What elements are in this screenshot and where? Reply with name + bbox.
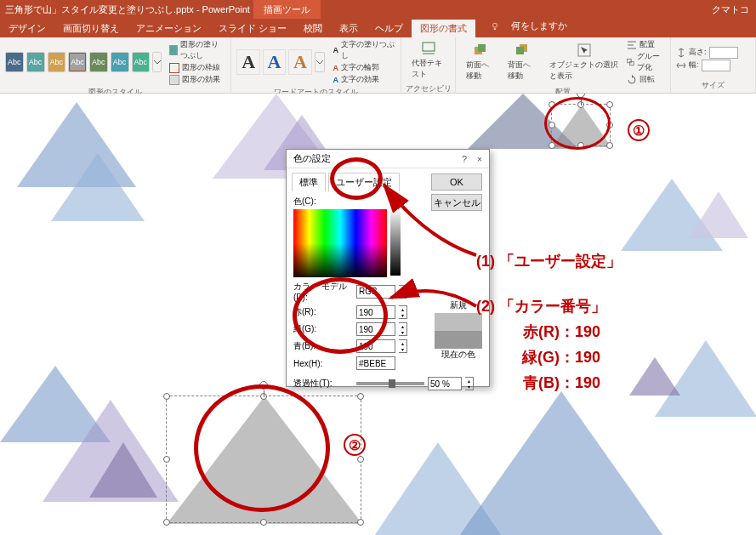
tell-me-placeholder: 何をしますか [503,17,576,35]
rotate-handle[interactable] [577,94,585,98]
text-fill[interactable]: A文字の塗りつぶし [333,39,395,61]
svg-rect-5 [516,47,524,54]
green-label: 緑(G): [293,323,353,335]
transparency-input[interactable] [428,377,462,390]
file-name: 三角形で山」スタイル変更と塗りつぶし.pptx - PowerPoint [0,3,250,16]
dialog-help-icon[interactable]: ? [458,153,470,165]
dialog-tab-standard[interactable]: 標準 [292,173,326,191]
account-name[interactable]: クマトコ [712,0,749,19]
style-swatch-2[interactable]: Abc [26,52,45,72]
blue-label: 青(B): [293,340,353,352]
group-label-size: サイズ [671,80,755,93]
tab-design[interactable]: デザイン [0,20,54,37]
tab-review[interactable]: 校閲 [295,20,331,37]
tab-help[interactable]: ヘルプ [367,20,412,37]
tab-animations[interactable]: アニメーション [128,20,210,37]
text-fill-icon: A [333,46,338,54]
svg-rect-8 [629,61,633,65]
height-input[interactable] [709,47,738,59]
selection-box-large[interactable] [166,396,361,523]
title-bar: 三角形で山」スタイル変更と塗りつぶし.pptx - PowerPoint 描画ツ… [0,0,756,19]
color-model-select[interactable] [356,285,395,299]
triangle-shape[interactable] [89,442,157,498]
shape-outline[interactable]: 図形の枠線 [169,62,225,73]
blue-input[interactable] [356,339,395,353]
color-dialog[interactable]: 色の設定 ? × 標準 ユーザー設定 OK キャンセル 色(C): [286,149,490,387]
wordart-style-3[interactable]: A [288,49,311,75]
triangle-shape[interactable] [629,357,680,396]
wordart-style-1[interactable]: A [236,49,259,75]
style-swatch-6[interactable]: Abc [111,52,129,72]
send-backward-button[interactable]: 背面へ移動 [503,41,542,83]
bucket-icon [169,45,177,55]
color-spectrum[interactable] [293,209,387,277]
dialog-tab-custom[interactable]: ユーザー設定 [328,173,400,191]
hex-label: Hex(H): [293,359,353,368]
text-effects[interactable]: A文字の効果 [333,74,395,85]
rotate-handle[interactable] [259,381,268,390]
tab-shape-format[interactable]: 図形の書式 [412,20,475,37]
style-swatch-4[interactable]: Abc [68,52,87,72]
alt-text-icon [421,41,436,56]
height-icon [676,48,686,58]
width-field[interactable]: 幅: [676,60,738,71]
value-slider[interactable] [390,208,401,276]
height-field[interactable]: 高さ: [676,47,738,59]
wordart-gallery-more[interactable] [315,52,326,72]
triangle-shape[interactable] [459,391,663,535]
align-button[interactable]: 配置 [627,39,665,50]
hex-input[interactable] [356,356,395,370]
triangle-shape-selected[interactable] [552,105,611,147]
red-input[interactable] [356,305,395,319]
ok-button[interactable]: OK [431,174,482,191]
svg-rect-1 [423,43,435,51]
green-input[interactable] [356,322,395,336]
triangle-shape-selected[interactable] [167,396,362,524]
style-swatch-7[interactable]: Abc [132,52,151,72]
text-outline[interactable]: A文字の輪郭 [333,62,395,73]
bring-forward-button[interactable]: 前面へ移動 [461,41,500,83]
shape-effects[interactable]: 図形の効果 [169,74,225,85]
style-swatch-3[interactable]: Abc [48,52,66,72]
selection-box-small[interactable] [551,104,611,146]
svg-point-0 [493,23,497,27]
selection-pane-button[interactable]: オブジェクトの選択と表示 [544,41,624,83]
rotate-button[interactable]: 回転 [627,74,665,85]
selection-icon [577,43,592,58]
group-button[interactable]: グループ化 [627,51,665,73]
alt-text-button[interactable]: 代替テキスト [406,39,449,82]
triangle-shape[interactable] [51,153,145,221]
ribbon: Abc Abc Abc Abc Abc Abc Abc 図形の塗りつぶし 図形の… [0,37,756,94]
rotate-icon [627,75,637,85]
shape-fill[interactable]: 図形の塗りつぶし [169,39,225,61]
dialog-close-icon[interactable]: × [474,153,486,165]
effects-icon [169,75,179,85]
width-icon [676,60,686,71]
text-outline-icon: A [333,64,338,72]
style-swatch-5[interactable]: Abc [89,52,108,72]
color-model-dropdown[interactable]: ▾ [399,285,407,299]
triangle-shape[interactable] [689,191,748,238]
tab-slideshow[interactable]: スライド ショー [210,20,295,37]
pen-icon [169,63,179,73]
width-input[interactable] [702,60,730,71]
svg-rect-7 [627,59,630,62]
backward-icon [514,43,530,58]
wordart-style-2[interactable]: A [263,49,286,75]
slide-area[interactable]: 色の設定 ? × 標準 ユーザー設定 OK キャンセル 色(C): [0,94,756,535]
cancel-button[interactable]: キャンセル [431,194,482,211]
tab-view[interactable]: 表示 [331,20,367,37]
svg-marker-23 [552,105,611,147]
style-gallery-more[interactable] [152,52,162,72]
transparency-slider[interactable] [356,382,424,385]
style-swatch-1[interactable]: Abc [5,52,24,72]
blue-spinner[interactable]: ▴▾ [399,339,407,353]
red-spinner[interactable]: ▴▾ [399,305,407,319]
slide[interactable]: 色の設定 ? × 標準 ユーザー設定 OK キャンセル 色(C): [0,94,756,535]
group-wordart: A A A A文字の塗りつぶし A文字の輪郭 A文字の効果 ワードアートのスタイ… [231,37,401,93]
transparency-spinner[interactable]: ▴▾ [465,377,474,390]
svg-marker-18 [89,442,157,498]
tab-transitions[interactable]: 画面切り替え [54,20,128,37]
align-icon [627,40,637,50]
green-spinner[interactable]: ▴▾ [399,322,407,336]
